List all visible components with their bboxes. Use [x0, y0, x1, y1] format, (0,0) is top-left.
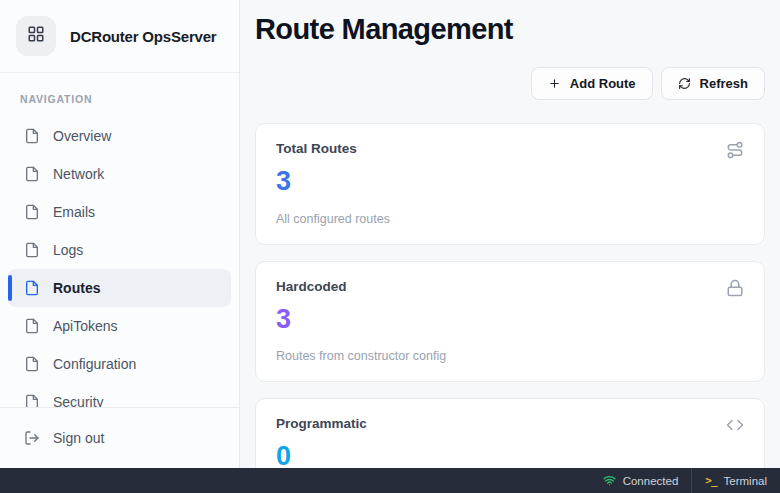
sign-out-button[interactable]: Sign out: [8, 419, 231, 457]
terminal-button[interactable]: >_ Terminal: [691, 468, 780, 493]
app-window: DCRouter OpsServer NAVIGATION Overview N…: [0, 0, 780, 468]
file-icon: [24, 394, 40, 407]
stat-cards: Total Routes 3 All configured routes Har…: [255, 123, 765, 468]
sidebar-item-logs[interactable]: Logs: [8, 231, 231, 269]
sidebar-item-label: Configuration: [53, 356, 136, 372]
connection-status: Connected: [590, 468, 692, 493]
sidebar-header: DCRouter OpsServer: [0, 0, 239, 73]
sidebar-footer: Sign out: [0, 407, 239, 468]
sidebar-item-label: ApiTokens: [53, 318, 118, 334]
programmatic-card: Programmatic 0: [255, 398, 765, 468]
sidebar-item-overview[interactable]: Overview: [8, 117, 231, 155]
refresh-label: Refresh: [700, 76, 748, 91]
refresh-icon: [678, 77, 691, 90]
sidebar-item-security[interactable]: Security: [8, 383, 231, 407]
file-icon: [24, 166, 40, 182]
sign-out-label: Sign out: [53, 430, 104, 446]
toolbar: Add Route Refresh: [255, 67, 765, 100]
sidebar-item-routes[interactable]: Routes: [8, 269, 231, 307]
code-icon: [726, 416, 744, 434]
file-icon: [24, 356, 40, 372]
card-subtitle: Routes from constructor config: [276, 349, 744, 363]
main-content: Route Management Add Route Refresh Total…: [240, 0, 780, 468]
sidebar-nav: NAVIGATION Overview Network Emails Logs …: [0, 73, 239, 407]
sidebar-item-label: Security: [53, 394, 104, 407]
terminal-icon: >_: [705, 474, 716, 487]
file-icon: [24, 128, 40, 144]
card-value: 3: [276, 167, 744, 197]
sidebar-item-label: Logs: [53, 242, 83, 258]
wifi-icon: [603, 474, 616, 487]
connection-label: Connected: [623, 475, 679, 487]
grid-icon: [27, 25, 45, 47]
hardcoded-card: Hardcoded 3 Routes from constructor conf…: [255, 261, 765, 383]
card-title: Programmatic: [276, 416, 367, 431]
sidebar-item-apitokens[interactable]: ApiTokens: [8, 307, 231, 345]
sidebar-item-label: Routes: [53, 280, 100, 296]
file-icon: [24, 204, 40, 220]
plus-icon: [548, 77, 561, 90]
terminal-label: Terminal: [724, 475, 767, 487]
file-icon: [24, 242, 40, 258]
app-logo: [16, 16, 56, 56]
page-title: Route Management: [255, 13, 765, 46]
card-title: Hardcoded: [276, 279, 347, 294]
card-title: Total Routes: [276, 141, 357, 156]
total-routes-card: Total Routes 3 All configured routes: [255, 123, 765, 245]
file-icon: [24, 280, 40, 296]
card-subtitle: All configured routes: [276, 212, 744, 226]
sidebar-item-configuration[interactable]: Configuration: [8, 345, 231, 383]
refresh-button[interactable]: Refresh: [661, 67, 765, 100]
sidebar-item-emails[interactable]: Emails: [8, 193, 231, 231]
add-route-label: Add Route: [570, 76, 636, 91]
sidebar-item-label: Emails: [53, 204, 95, 220]
lock-icon: [726, 279, 744, 297]
status-bar: Connected >_ Terminal: [0, 468, 780, 493]
nav-section-label: NAVIGATION: [20, 93, 239, 105]
logout-icon: [24, 430, 40, 446]
file-icon: [24, 318, 40, 334]
add-route-button[interactable]: Add Route: [531, 67, 653, 100]
card-value: 0: [276, 442, 744, 468]
route-icon: [726, 141, 744, 159]
app-title: DCRouter OpsServer: [70, 28, 216, 45]
sidebar: DCRouter OpsServer NAVIGATION Overview N…: [0, 0, 240, 468]
card-value: 3: [276, 305, 744, 335]
sidebar-item-label: Network: [53, 166, 104, 182]
sidebar-item-label: Overview: [53, 128, 111, 144]
sidebar-item-network[interactable]: Network: [8, 155, 231, 193]
